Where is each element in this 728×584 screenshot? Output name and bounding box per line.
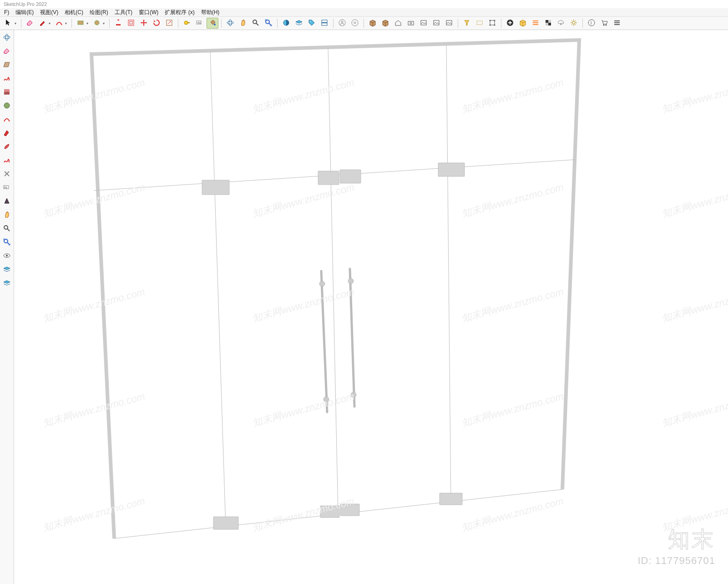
menu-item-5[interactable]: 工具(T) (111, 8, 136, 16)
svg-text:A1: A1 (4, 186, 8, 189)
offset-red-icon (127, 19, 135, 28)
dropdown-caret-icon[interactable]: ▾ (15, 21, 18, 25)
hamburger-button[interactable] (611, 18, 623, 29)
house-outline-button[interactable] (392, 18, 404, 29)
move-red-button[interactable] (138, 18, 150, 29)
menu-item-7[interactable]: 扩展程序 (x) (162, 8, 197, 16)
cube-yellow-button[interactable] (517, 18, 529, 29)
section-blue-button[interactable] (318, 18, 330, 29)
list-orange-button[interactable] (530, 18, 541, 29)
component-box-button[interactable] (379, 18, 391, 29)
menu-item-3[interactable]: 相机(C) (61, 8, 86, 16)
cone-dark-button[interactable] (1, 196, 13, 207)
orbit-blue-icon (226, 19, 234, 28)
svg-rect-65 (320, 506, 339, 518)
viewport-3d[interactable]: 知末 ID: 1177956701 知末网www.znzmo.com知末网www… (14, 30, 728, 584)
svg-point-45 (5, 34, 8, 40)
selection-filter-button[interactable] (461, 18, 473, 29)
layers-blue-button[interactable] (293, 18, 305, 29)
paint-bucket-button[interactable] (207, 18, 218, 29)
wave-blue-icon (3, 265, 11, 275)
dropdown-caret-icon[interactable]: ▾ (103, 21, 106, 25)
menu-item-1[interactable]: 编辑(E) (12, 8, 37, 16)
arc-red-button[interactable] (53, 18, 65, 29)
svg-point-72 (348, 278, 354, 284)
toolbar-separator (364, 19, 364, 28)
sphere-olive-button[interactable] (1, 100, 13, 112)
label-box-button[interactable]: A1 (1, 182, 13, 194)
eye-dark-button[interactable] (1, 250, 13, 262)
dropdown-caret-icon[interactable]: ▾ (49, 21, 52, 25)
pencil-red-button[interactable] (37, 18, 49, 29)
menu-item-0[interactable]: F) (1, 8, 12, 16)
arc-red-big-button[interactable] (1, 114, 13, 126)
menu-bar: F)编辑(E)视图(V)相机(C)绘图(R)工具(T)窗口(W)扩展程序 (x)… (0, 8, 728, 17)
wave-blue-button[interactable] (1, 264, 13, 276)
lens-red-button[interactable] (1, 223, 13, 235)
gear-yellow-button[interactable] (568, 18, 580, 29)
menu-item-6[interactable]: 窗口(W) (136, 8, 162, 16)
bbox-filter-button[interactable] (486, 18, 498, 29)
cloud-down-button[interactable] (555, 18, 567, 29)
tape-yellow-button[interactable] (181, 18, 193, 29)
trowel-red-button[interactable] (1, 127, 13, 139)
pan-hand-button[interactable] (237, 18, 249, 29)
svg-rect-62 (340, 170, 361, 183)
arc-red-big-icon (3, 115, 11, 125)
parallelogram-button[interactable] (1, 59, 13, 71)
scene-outline-button[interactable] (418, 18, 430, 29)
svg-rect-67 (440, 493, 462, 505)
menu-item-2[interactable]: 视图(V) (37, 8, 61, 16)
selection-filter-icon (463, 19, 471, 28)
leaf-red-button[interactable] (1, 141, 13, 153)
eraser-pink-solid-button[interactable] (1, 45, 13, 57)
view-outline-button[interactable] (430, 18, 442, 29)
layers-blue-icon (295, 19, 303, 28)
checker-button[interactable] (542, 18, 554, 29)
rectangle-brown-button[interactable] (75, 18, 86, 29)
orbit-blue-button[interactable] (224, 18, 236, 29)
cross-tools-button[interactable] (1, 168, 13, 180)
menu-item-8[interactable]: 帮助(H) (198, 8, 223, 16)
rectangle-filter-button[interactable] (474, 18, 485, 29)
gradient-square-button[interactable] (1, 86, 13, 98)
scale-red-button[interactable] (163, 18, 175, 29)
svg-line-56 (210, 51, 226, 526)
dropdown-caret-icon[interactable]: ▾ (65, 21, 69, 25)
rotate-red-button[interactable] (151, 18, 162, 29)
cart-button[interactable] (598, 18, 610, 29)
user-circle-button[interactable] (336, 18, 348, 29)
scribble-red-button[interactable] (1, 155, 13, 166)
settings-circle-icon (351, 19, 359, 28)
hand-yellow-button[interactable] (1, 209, 13, 221)
shaded-blue-button[interactable] (280, 18, 292, 29)
select-arrow-button[interactable] (3, 18, 15, 29)
view-save-button[interactable] (443, 18, 455, 29)
orbit-dark-button[interactable] (1, 32, 13, 44)
zoom-extents-button[interactable] (263, 18, 274, 29)
add-black-button[interactable] (504, 18, 516, 29)
zoom-lens-button[interactable] (250, 18, 262, 29)
lens-blue-button[interactable] (1, 237, 13, 248)
freehand-red-button[interactable] (1, 73, 13, 85)
menu-item-4[interactable]: 绘图(R) (86, 8, 111, 16)
text-label-button[interactable]: A1 (194, 18, 206, 29)
tags-blue-button[interactable] (306, 18, 318, 29)
svg-rect-33 (533, 22, 538, 23)
camera-outline-button[interactable] (405, 18, 417, 29)
pushpull-red-button[interactable] (112, 18, 124, 29)
warehouse-box-button[interactable] (367, 18, 379, 29)
shaded-blue-icon (282, 19, 290, 28)
info-circle-button[interactable]: i (586, 18, 597, 29)
toolbar-separator (221, 19, 222, 28)
settings-circle-button[interactable] (349, 18, 361, 29)
svg-text:A1: A1 (197, 21, 201, 24)
checker-icon (544, 19, 552, 28)
eraser-pink-button[interactable] (24, 18, 36, 29)
dropdown-caret-icon[interactable]: ▾ (86, 21, 90, 25)
offset-red-button[interactable] (125, 18, 137, 29)
wave-blue-2-button[interactable] (1, 277, 13, 289)
circle-brown-button[interactable] (91, 18, 103, 29)
pushpull-red-icon (114, 19, 122, 28)
svg-point-8 (214, 24, 216, 25)
